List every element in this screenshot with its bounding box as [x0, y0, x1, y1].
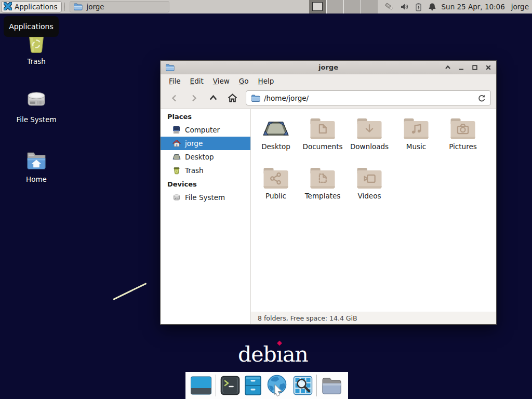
dock-terminal-icon[interactable]: [220, 375, 241, 396]
dock-web-browser-icon[interactable]: [265, 374, 289, 397]
location-bar[interactable]: /home/jorge/: [246, 90, 491, 105]
battery-icon[interactable]: [415, 3, 422, 11]
menu-bar: FileEditViewGoHelp: [161, 74, 496, 87]
file-item-label: Music: [393, 142, 439, 151]
sidebar-header-devices: Devices: [161, 177, 250, 191]
toolbar: /home/jorge/: [161, 87, 496, 109]
status-bar: 8 folders, Free space: 14.4 GiB: [251, 312, 496, 324]
sidebar-item-label: jorge: [185, 139, 203, 148]
dock-separator: [216, 375, 216, 396]
file-item-videos[interactable]: Videos: [347, 166, 392, 215]
menu-view[interactable]: View: [208, 76, 234, 86]
desktop-icon-label: Home: [13, 175, 60, 183]
desktop-icon-label: File System: [13, 115, 60, 124]
up-button[interactable]: [204, 90, 222, 106]
applications-button[interactable]: Applications: [1, 1, 62, 12]
desktop-icon-home[interactable]: Home: [13, 148, 60, 183]
file-manager-window[interactable]: jorge FileEditViewGoHelp: [160, 60, 497, 325]
music-folder-icon: [393, 116, 439, 141]
file-item-label: Public: [253, 192, 299, 200]
file-item-documents[interactable]: Documents: [300, 116, 345, 166]
menu-edit[interactable]: Edit: [185, 76, 208, 86]
shade-button[interactable]: [444, 64, 451, 71]
debian-logo: debıan: [238, 342, 308, 367]
taskbar-window-label: jorge: [86, 3, 104, 11]
desktop-icon-file-system[interactable]: File System: [13, 88, 60, 124]
status-text: 8 folders, Free space: 14.4 GiB: [258, 314, 357, 322]
taskbar-window-button[interactable]: jorge: [70, 1, 169, 12]
menu-help[interactable]: Help: [254, 76, 279, 86]
applications-label: Applications: [15, 3, 57, 11]
file-list[interactable]: Desktop Documents Downloads Music: [251, 109, 496, 312]
templates-folder-icon: [300, 166, 345, 190]
dock-folder-icon[interactable]: [321, 375, 343, 396]
downloads-folder-icon: [347, 116, 392, 141]
dock-show-desktop-icon[interactable]: [190, 375, 212, 396]
notifications-icon[interactable]: [428, 3, 436, 11]
applications-tooltip: Applications: [4, 16, 59, 37]
dock: [185, 372, 348, 399]
location-text: /home/jorge/: [264, 94, 309, 102]
folder-icon: [73, 3, 83, 11]
file-item-public[interactable]: Public: [253, 166, 299, 215]
file-item-desktop[interactable]: Desktop: [253, 116, 299, 166]
pictures-folder-icon: [440, 116, 486, 141]
sidebar-item-label: Trash: [185, 166, 204, 175]
workspace-switcher[interactable]: [309, 0, 378, 14]
sidebar-item-file-system[interactable]: File System: [161, 191, 250, 204]
clock[interactable]: Sun 25 Apr, 10:06: [442, 3, 505, 11]
computer-icon: [172, 126, 181, 134]
sidebar-item-label: File System: [185, 193, 225, 202]
file-item-music[interactable]: Music: [393, 116, 439, 166]
sidebar-item-label: Computer: [185, 126, 220, 134]
removable-media-icon[interactable]: [385, 3, 394, 11]
folder-icon: [251, 94, 260, 102]
sidebar-header-places: Places: [161, 110, 250, 123]
workspace-4[interactable]: [361, 0, 378, 14]
workspace-1[interactable]: [309, 0, 326, 14]
desktop[interactable]: Applications jorge Sun 25 Apr,: [0, 0, 532, 399]
menu-file[interactable]: File: [164, 76, 185, 86]
public-folder-icon: [253, 166, 299, 190]
panel-separator-handle: [64, 3, 68, 11]
panel-username: jorge: [511, 3, 529, 11]
drive-icon: [172, 193, 181, 202]
file-item-label: Desktop: [253, 142, 299, 151]
forward-button[interactable]: [185, 90, 203, 106]
system-tray: [385, 3, 436, 11]
sidebar-item-label: Desktop: [185, 153, 214, 161]
volume-icon[interactable]: [400, 3, 409, 11]
desktop-icon-label: Trash: [13, 57, 60, 65]
file-item-downloads[interactable]: Downloads: [347, 116, 392, 166]
file-item-label: Documents: [300, 142, 345, 151]
workspace-2[interactable]: [326, 0, 343, 14]
sidebar-item-trash[interactable]: Trash: [161, 164, 250, 177]
menu-go[interactable]: Go: [234, 76, 254, 86]
dock-app-finder-icon[interactable]: [293, 376, 313, 395]
sidebar-item-desktop[interactable]: Desktop: [161, 150, 250, 164]
workspace-3[interactable]: [343, 0, 361, 14]
desktop-icon: [172, 153, 181, 161]
home-button[interactable]: [223, 90, 241, 106]
file-item-pictures[interactable]: Pictures: [440, 116, 486, 166]
tooltip-text: Applications: [9, 22, 54, 31]
sidebar: Places Computer jorge Desktop Tra: [161, 109, 251, 324]
home-folder-big-icon: [13, 148, 60, 173]
top-panel: Applications jorge Sun 25 Apr,: [0, 0, 532, 14]
close-button[interactable]: [485, 64, 491, 71]
file-item-label: Videos: [347, 192, 392, 200]
minimize-button[interactable]: [458, 64, 464, 71]
window-titlebar[interactable]: jorge: [161, 61, 496, 74]
videos-folder-icon: [347, 166, 392, 190]
home-icon: [172, 139, 181, 148]
dock-file-cabinet-icon[interactable]: [244, 375, 262, 396]
sidebar-item-jorge[interactable]: jorge: [161, 137, 250, 150]
dock-separator: [316, 375, 317, 396]
file-item-templates[interactable]: Templates: [300, 166, 345, 215]
drive-big-icon: [13, 88, 60, 113]
maximize-button[interactable]: [471, 64, 478, 71]
back-button[interactable]: [166, 90, 183, 106]
sidebar-item-computer[interactable]: Computer: [161, 123, 250, 137]
reload-icon[interactable]: [477, 94, 486, 102]
desktop-rubber-band-line: [113, 283, 147, 300]
